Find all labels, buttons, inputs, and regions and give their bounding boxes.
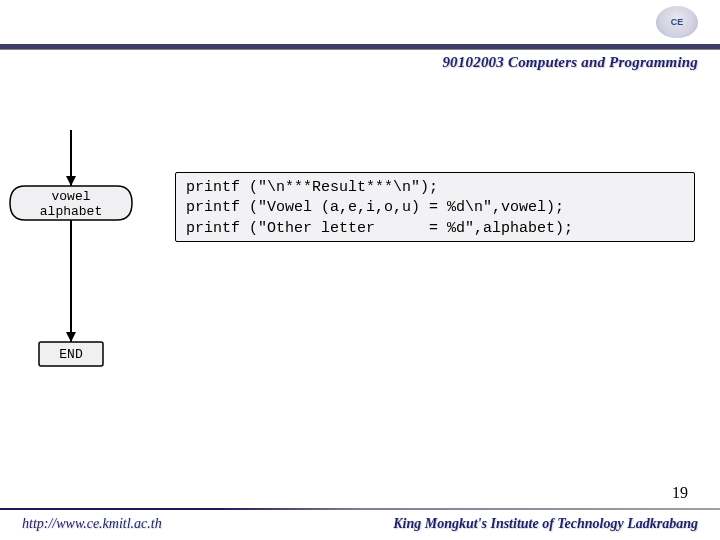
footer-url: http://www.ce.kmitl.ac.th [22,516,162,532]
svg-marker-3 [66,332,76,342]
flow-label-line1: vowel [51,189,90,204]
footer-institute: King Mongkut's Institute of Technology L… [393,516,698,532]
footer-divider [0,508,720,510]
code-line-3: printf ("Other letter = %d",alphabet); [186,220,573,237]
flowchart-diagram: vowel alphabet END [6,130,176,390]
flow-label-line2: alphabet [40,204,102,219]
svg-marker-1 [66,176,76,186]
code-line-1: printf ("\n***Result***\n"); [186,179,438,196]
page-number: 19 [672,484,688,502]
header-divider [0,44,720,50]
code-line-2: printf ("Vowel (a,e,i,o,u) = %d\n",vowel… [186,199,564,216]
logo-text: CE [671,17,684,27]
flow-end-label: END [59,347,83,362]
code-block: printf ("\n***Result***\n"); printf ("Vo… [175,172,695,242]
course-title: 90102003 Computers and Programming [442,54,698,71]
logo-icon: CE [656,6,698,38]
